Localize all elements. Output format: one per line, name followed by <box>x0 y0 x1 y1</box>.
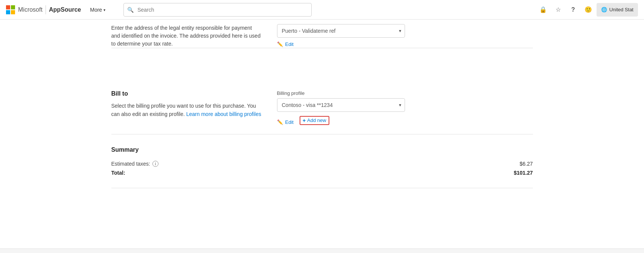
favorites-button[interactable]: ☆ <box>551 3 565 17</box>
total-label: Total: <box>111 170 125 176</box>
total-row: Total: $101.27 <box>111 170 533 176</box>
feedback-button[interactable]: 🙂 <box>582 3 595 17</box>
bill-to-right: Billing profile Contoso - visa **1234 ▾ … <box>277 90 405 125</box>
address-edit-label: Edit <box>285 41 294 47</box>
star-icon: ☆ <box>556 6 561 13</box>
navbar: Microsoft AppSource More ▾ 🔍 🔒 ☆ ? 🙂 🌐 U… <box>0 0 644 20</box>
lock-icon: 🔒 <box>539 6 547 13</box>
estimated-taxes-value: $6.27 <box>519 161 533 167</box>
region-button[interactable]: 🌐 United Stat <box>597 3 638 17</box>
logo-blue <box>6 10 10 14</box>
navbar-right-icons: 🔒 ☆ ? 🙂 🌐 United Stat <box>536 3 638 17</box>
logo-green <box>11 5 15 9</box>
spacer2 <box>111 63 533 78</box>
billing-profile-actions: ✏️ Edit + Add new <box>277 116 405 125</box>
address-section: Enter the address of the legal entity re… <box>111 20 533 48</box>
billing-edit-pencil-icon: ✏️ <box>277 119 283 125</box>
bill-to-section: Bill to Select the billing profile you w… <box>111 78 533 134</box>
pencil-icon: ✏️ <box>277 41 283 47</box>
billing-profile-label: Billing profile <box>277 90 405 96</box>
spacer1 <box>111 48 533 63</box>
total-value: $101.27 <box>514 170 533 176</box>
more-label: More <box>90 7 102 13</box>
billing-edit-label: Edit <box>285 119 294 125</box>
appsource-label: AppSource <box>49 6 81 13</box>
address-dropdown-container: Puerto - Validateme ref ▾ ✏️ Edit <box>277 24 405 47</box>
summary-section: Summary Estimated taxes: i $6.27 Total: … <box>111 134 533 188</box>
brand-link[interactable]: Microsoft <box>6 5 43 14</box>
globe-icon: 🌐 <box>601 7 607 12</box>
bill-to-section-inner: Bill to Select the billing profile you w… <box>111 90 533 125</box>
main-content: Enter the address of the legal entity re… <box>96 20 548 211</box>
search-container: 🔍 <box>123 3 312 17</box>
navbar-divider <box>46 5 46 14</box>
more-button[interactable]: More ▾ <box>87 5 108 15</box>
bill-to-description: Select the billing profile you want to u… <box>111 102 262 119</box>
emoji-icon: 🙂 <box>585 6 592 13</box>
address-section-inner: Enter the address of the legal entity re… <box>111 24 533 48</box>
address-description-text: Enter the address of the legal entity re… <box>111 24 262 48</box>
billing-profile-edit-button[interactable]: ✏️ Edit <box>277 119 294 125</box>
search-input[interactable] <box>123 3 312 17</box>
address-edit-button[interactable]: ✏️ Edit <box>277 41 294 47</box>
microsoft-label: Microsoft <box>18 6 43 13</box>
estimated-taxes-label-container: Estimated taxes: i <box>111 161 159 167</box>
estimated-taxes-row: Estimated taxes: i $6.27 <box>111 161 533 167</box>
add-new-button[interactable]: + Add new <box>300 116 329 125</box>
address-dropdown[interactable]: Puerto - Validateme ref <box>277 24 405 38</box>
logo-red <box>6 5 10 9</box>
lock-button[interactable]: 🔒 <box>536 3 550 17</box>
microsoft-logo <box>6 5 15 14</box>
add-new-label: Add new <box>307 117 326 123</box>
billing-profile-dropdown-wrapper: Contoso - visa **1234 ▾ <box>277 98 405 112</box>
info-icon[interactable]: i <box>152 161 158 167</box>
address-description: Enter the address of the legal entity re… <box>111 24 262 48</box>
bill-to-title: Bill to <box>111 90 262 97</box>
region-label: United Stat <box>609 7 633 12</box>
help-icon: ? <box>571 6 575 13</box>
billing-profile-dropdown[interactable]: Contoso - visa **1234 <box>277 98 405 112</box>
help-button[interactable]: ? <box>566 3 580 17</box>
estimated-taxes-label: Estimated taxes: <box>111 161 151 167</box>
bottom-spacer <box>111 188 533 211</box>
plus-icon: + <box>303 117 306 123</box>
bill-to-left: Bill to Select the billing profile you w… <box>111 90 262 119</box>
logo-yellow <box>11 10 15 14</box>
learn-more-link[interactable]: Learn more about billing profiles <box>186 111 261 117</box>
address-dropdown-wrapper: Puerto - Validateme ref ▾ <box>277 24 405 38</box>
summary-title: Summary <box>111 146 533 153</box>
chevron-down-icon: ▾ <box>104 8 105 12</box>
